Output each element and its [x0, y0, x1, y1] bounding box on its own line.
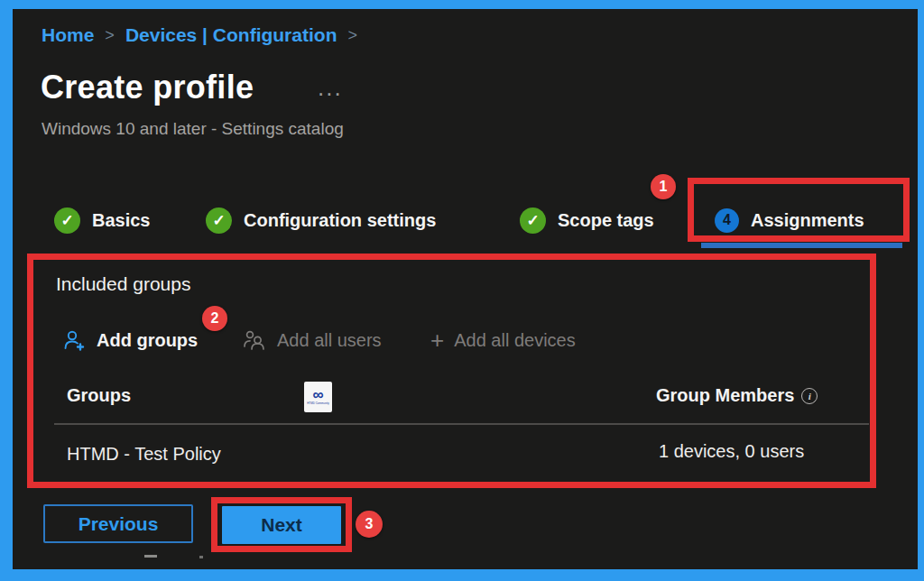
page-title: Create profile	[41, 69, 254, 106]
more-options-icon[interactable]: ...	[318, 74, 343, 102]
annotation-step-3: 3	[356, 511, 383, 538]
add-groups-button[interactable]: Add groups	[61, 325, 198, 355]
people-icon	[242, 327, 267, 353]
completed-check-icon: ✓	[54, 208, 80, 234]
table-header-divider	[54, 423, 869, 425]
tab-scope-tags[interactable]: ✓ Scope tags	[520, 206, 654, 235]
previous-button[interactable]: Previous	[43, 504, 193, 543]
page-subtitle: Windows 10 and later - Settings catalog	[42, 119, 344, 139]
htmd-community-logo: ∞ HTMD Community	[304, 382, 332, 412]
person-add-icon	[61, 327, 87, 353]
cropped-text-artifact	[199, 556, 203, 558]
tab-label: Configuration settings	[244, 210, 436, 231]
breadcrumb: Home > Devices | Configuration >	[42, 24, 357, 46]
annotation-step-1: 1	[651, 174, 676, 199]
annotation-step-2: 2	[202, 306, 227, 331]
step-number-badge: 4	[715, 208, 739, 233]
column-header-groups[interactable]: Groups	[67, 385, 131, 406]
tab-label: Scope tags	[558, 210, 654, 231]
chevron-right-icon: >	[105, 26, 115, 45]
add-all-devices-label: Add all devices	[454, 330, 576, 351]
add-groups-label: Add groups	[97, 330, 198, 351]
infinity-logo-glyph: ∞	[312, 389, 323, 401]
tab-configuration-settings[interactable]: ✓ Configuration settings	[206, 206, 436, 235]
cropped-text-artifact	[144, 555, 157, 558]
active-tab-indicator	[701, 243, 902, 248]
add-all-users-button[interactable]: Add all users	[242, 325, 382, 355]
info-icon[interactable]: i	[801, 388, 818, 404]
tab-assignments[interactable]: 4 Assignments	[715, 206, 864, 235]
chevron-right-icon: >	[347, 26, 357, 45]
table-row-group-name[interactable]: HTMD - Test Policy	[67, 444, 221, 465]
group-members-label: Group Members	[656, 385, 794, 406]
tab-basics[interactable]: ✓ Basics	[54, 206, 151, 235]
table-row-group-members: 1 devices, 0 users	[659, 441, 804, 462]
logo-caption: HTMD Community	[307, 401, 329, 405]
tab-label: Assignments	[751, 210, 864, 231]
included-groups-heading: Included groups	[56, 273, 190, 295]
tab-label: Basics	[92, 210, 151, 231]
next-button[interactable]: Next	[222, 506, 341, 544]
breadcrumb-devices-configuration[interactable]: Devices | Configuration	[125, 24, 337, 46]
add-all-devices-button[interactable]: + Add all devices	[430, 325, 576, 355]
column-header-group-members[interactable]: Group Members i	[656, 385, 818, 406]
completed-check-icon: ✓	[206, 208, 232, 234]
completed-check-icon: ✓	[520, 208, 546, 234]
plus-icon: +	[430, 327, 444, 355]
breadcrumb-home[interactable]: Home	[42, 24, 94, 46]
add-all-users-label: Add all users	[277, 330, 382, 351]
screenshot-frame: Home > Devices | Configuration > Create …	[0, 0, 924, 581]
